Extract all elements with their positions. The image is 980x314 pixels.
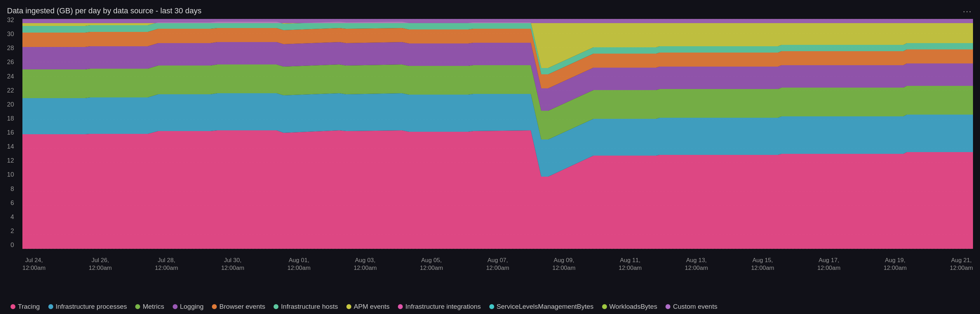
legend-item-infra-proc[interactable]: Infrastructure processes — [48, 303, 127, 311]
x-tick-8: Aug 09,12:00am — [552, 257, 576, 272]
legend-dot-slm — [489, 304, 494, 309]
svg-marker-24 — [22, 19, 973, 23]
x-tick-6: Aug 05,12:00am — [420, 257, 443, 272]
y-tick-26: 26 — [7, 59, 17, 65]
x-axis: Jul 24,12:00am Jul 26,12:00am Jul 28,12:… — [7, 254, 973, 272]
chart-title: Data ingested (GB) per day by data sourc… — [7, 6, 973, 16]
chart-svg — [22, 19, 973, 250]
y-axis-labels: 0 2 4 6 8 10 12 14 16 18 20 22 24 26 28 … — [7, 17, 17, 248]
y-tick-4: 4 — [7, 214, 17, 220]
legend-dot-custom — [665, 304, 670, 309]
legend-label-metrics: Metrics — [143, 303, 164, 311]
legend-label-logging: Logging — [180, 303, 204, 311]
y-tick-20: 20 — [7, 101, 17, 108]
legend-label-tracing: Tracing — [18, 303, 40, 311]
legend-dot-metrics — [135, 304, 140, 309]
legend-dot-infra-hosts — [274, 304, 278, 309]
legend-label-browser: Browser events — [219, 303, 265, 311]
legend-item-infra-hosts[interactable]: Infrastructure hosts — [274, 303, 338, 311]
x-tick-12: Aug 17,12:00am — [818, 257, 841, 272]
legend-label-apm: APM events — [354, 303, 390, 311]
legend-item-tracing[interactable]: Tracing — [11, 303, 40, 311]
legend-item-metrics[interactable]: Metrics — [135, 303, 164, 311]
x-tick-5: Aug 03,12:00am — [354, 257, 377, 272]
y-tick-12: 12 — [7, 157, 17, 164]
y-tick-18: 18 — [7, 115, 17, 122]
legend-item-browser[interactable]: Browser events — [212, 303, 265, 311]
y-tick-16: 16 — [7, 129, 17, 135]
legend-item-apm[interactable]: APM events — [347, 303, 390, 311]
legend-label-infra-proc: Infrastructure processes — [56, 303, 127, 311]
legend-dot-tracing — [11, 304, 16, 309]
x-tick-3: Jul 30,12:00am — [221, 257, 244, 272]
legend-dot-browser — [212, 304, 217, 309]
legend-dot-apm — [347, 304, 351, 309]
y-tick-32: 32 — [7, 17, 17, 23]
legend-label-slm: ServiceLevelsManagementBytes — [496, 303, 594, 311]
y-tick-0: 0 — [7, 242, 17, 248]
y-tick-22: 22 — [7, 87, 17, 94]
x-tick-10: Aug 13,12:00am — [685, 257, 708, 272]
legend-item-custom[interactable]: Custom events — [665, 303, 718, 311]
y-tick-24: 24 — [7, 73, 17, 80]
legend-item-workloads[interactable]: WorkloadsBytes — [602, 303, 657, 311]
y-tick-10: 10 — [7, 171, 17, 178]
legend-label-custom: Custom events — [673, 303, 718, 311]
legend-item-logging[interactable]: Logging — [173, 303, 204, 311]
x-tick-9: Aug 11,12:00am — [619, 257, 642, 272]
x-tick-1: Jul 26,12:00am — [89, 257, 112, 272]
legend-dot-infra-int — [398, 304, 403, 309]
legend-dot-infra-proc — [48, 304, 53, 309]
legend-label-infra-hosts: Infrastructure hosts — [281, 303, 338, 311]
chart-menu-button[interactable]: ⋯ — [963, 6, 972, 17]
x-tick-4: Aug 01,12:00am — [288, 257, 311, 272]
legend-item-slm[interactable]: ServiceLevelsManagementBytes — [489, 303, 594, 311]
chart-area — [7, 19, 973, 250]
legend-dot-workloads — [602, 304, 607, 309]
x-tick-2: Jul 28,12:00am — [155, 257, 178, 272]
x-tick-0: Jul 24,12:00am — [22, 257, 46, 272]
y-tick-2: 2 — [7, 228, 17, 234]
y-tick-6: 6 — [7, 200, 17, 206]
y-tick-30: 30 — [7, 31, 17, 37]
y-tick-28: 28 — [7, 45, 17, 51]
x-tick-14: Aug 21,12:00am — [950, 257, 973, 272]
legend-label-infra-int: Infrastructure integrations — [405, 303, 480, 311]
y-tick-8: 8 — [7, 186, 17, 192]
legend-item-infra-int[interactable]: Infrastructure integrations — [398, 303, 480, 311]
y-tick-14: 14 — [7, 143, 17, 150]
legend-label-workloads: WorkloadsBytes — [609, 303, 657, 311]
x-tick-7: Aug 07,12:00am — [486, 257, 509, 272]
legend-dot-logging — [173, 304, 178, 309]
chart-legend: Tracing Infrastructure processes Metrics… — [7, 299, 973, 311]
x-tick-13: Aug 19,12:00am — [884, 257, 907, 272]
chart-container: Data ingested (GB) per day by data sourc… — [0, 0, 980, 314]
x-tick-11: Aug 15,12:00am — [751, 257, 774, 272]
